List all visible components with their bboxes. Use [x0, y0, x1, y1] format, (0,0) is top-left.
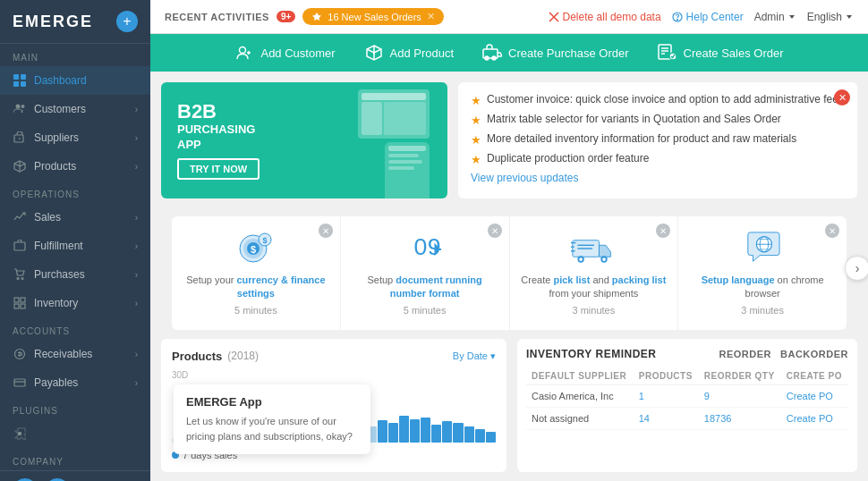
language-menu[interactable]: English — [807, 11, 854, 23]
svg-rect-0 — [13, 74, 19, 80]
svg-rect-6 — [14, 135, 23, 142]
banner-b2b: B2B — [177, 101, 260, 122]
table-row: Not assigned 14 18736 Create PO — [526, 407, 848, 429]
close-document-card[interactable]: ✕ — [488, 224, 502, 238]
star-icon-4: ★ — [471, 153, 481, 166]
help-center-link[interactable]: Help Center — [672, 11, 744, 23]
update-item-3: ★ More detailed inventory information fo… — [471, 132, 845, 147]
sidebar-label-customers: Customers — [34, 103, 86, 115]
col-supplier: DEFAULT SUPPLIER — [526, 367, 634, 385]
sales-icon — [13, 210, 27, 224]
document-icon: 0 9 — [352, 231, 498, 266]
star-icon-3: ★ — [471, 133, 481, 147]
close-updates-button[interactable]: ✕ — [834, 89, 850, 105]
banner-app: APP — [177, 138, 260, 151]
purchases-icon — [13, 267, 27, 282]
create-so-button[interactable]: Create Sales Order — [658, 43, 784, 63]
chart-x-label: 30D — [172, 370, 496, 380]
admin-menu[interactable]: Admin — [754, 11, 796, 23]
inventory-section: INVENTORY REMINDER REORDER BACKORDER DEF… — [517, 339, 857, 472]
view-previous-link[interactable]: View previous updates — [471, 172, 845, 184]
receivables-icon — [13, 347, 27, 361]
add-product-button[interactable]: Add Product — [364, 43, 455, 63]
close-shipping-card[interactable]: ✕ — [656, 224, 670, 238]
svg-point-4 — [16, 105, 21, 109]
next-arrow-button[interactable]: › — [845, 256, 868, 281]
svg-text:9: 9 — [427, 233, 440, 260]
try-now-button[interactable]: TRY IT NOW — [177, 158, 260, 180]
globe-icon — [689, 231, 836, 266]
currency-desc: Setup your currency & finance settings — [183, 274, 329, 301]
language-time: 3 minutes — [689, 305, 836, 316]
sidebar-item-customers[interactable]: Customers › — [0, 95, 150, 123]
svg-rect-14 — [21, 304, 25, 308]
packlist-link[interactable]: packing list — [612, 274, 667, 285]
add-button-icon[interactable]: + — [116, 11, 138, 32]
sidebar-item-suppliers[interactable]: Suppliers › — [0, 123, 150, 152]
svg-point-45 — [580, 257, 583, 261]
sidebar-item-products[interactable]: Products › — [0, 152, 150, 181]
fulfillment-chevron: › — [135, 241, 138, 251]
section-label-accounts: Accounts — [0, 317, 150, 340]
sidebar-label-products: Products — [34, 160, 76, 173]
backorder-link[interactable]: BACKORDER — [780, 349, 848, 359]
sidebar-item-fulfillment[interactable]: Fulfillment › — [0, 232, 150, 260]
payables-icon — [13, 376, 27, 390]
language-link[interactable]: Setup language — [702, 274, 775, 285]
products-icon — [13, 159, 27, 173]
document-link[interactable]: document running number format — [390, 274, 482, 299]
svg-point-47 — [603, 257, 607, 261]
currency-time: 5 minutes — [183, 305, 329, 316]
sidebar-item-dashboard[interactable]: Dashboard — [0, 66, 150, 95]
truck-icon — [521, 231, 668, 266]
inventory-table: DEFAULT SUPPLIER PRODUCTS REORDER QTY CR… — [526, 367, 848, 430]
cell-supplier: Casio America, Inc — [526, 384, 634, 407]
suppliers-chevron: › — [135, 133, 138, 143]
chart-title: Products — [172, 350, 222, 363]
currency-link[interactable]: currency & finance settings — [236, 274, 325, 299]
svg-rect-13 — [14, 304, 19, 308]
svg-rect-2 — [13, 81, 19, 87]
by-date-selector[interactable]: By Date ▾ — [453, 350, 496, 362]
cell-create-po[interactable]: Create PO — [781, 384, 848, 407]
setup-card-document: ✕ 0 9 Setup document running number form… — [341, 216, 510, 330]
suppliers-icon — [13, 131, 27, 145]
delete-demo-link[interactable]: Delete all demo data — [549, 11, 661, 23]
setup-card-shipping: ✕ — [510, 216, 679, 330]
sidebar-label-dashboard: Dashboard — [34, 74, 87, 87]
emerge-app-popup: EMERGE App Let us know if you're unsure … — [174, 384, 370, 454]
reorder-link[interactable]: REORDER — [719, 349, 771, 359]
add-customer-button[interactable]: Add Customer — [234, 43, 335, 63]
svg-rect-12 — [21, 298, 25, 302]
update-item-4: ★ Duplicate production order feature — [471, 152, 845, 166]
close-language-card[interactable]: ✕ — [825, 224, 839, 238]
b2b-banner: B2B PURCHASING APP TRY IT NOW — [161, 82, 447, 198]
cell-products: 1 — [634, 384, 699, 407]
sidebar-item-purchases[interactable]: Purchases › — [0, 260, 150, 289]
sales-orders-text: 16 New Sales Orders — [328, 12, 421, 22]
picklist-link[interactable]: pick list — [553, 274, 590, 285]
create-po-button[interactable]: Create Purchase Order — [482, 43, 628, 63]
svg-rect-8 — [14, 242, 25, 250]
sales-chevron: › — [135, 213, 138, 223]
add-product-icon — [364, 43, 384, 63]
inventory-header: INVENTORY REMINDER REORDER BACKORDER — [526, 348, 848, 360]
close-currency-card[interactable]: ✕ — [319, 224, 333, 238]
sidebar-item-plugins[interactable] — [0, 419, 150, 448]
avatar-row: 8 — [0, 471, 150, 481]
sidebar-label-payables: Payables — [34, 376, 78, 389]
svg-point-9 — [17, 278, 19, 280]
sales-orders-badge[interactable]: 16 New Sales Orders ✕ — [302, 8, 444, 25]
sidebar-item-receivables[interactable]: Receivables › — [0, 340, 150, 368]
fulfillment-icon — [13, 239, 27, 253]
cell-create-po[interactable]: Create PO — [781, 407, 848, 429]
sidebar-item-sales[interactable]: Sales › — [0, 203, 150, 232]
svg-marker-21 — [312, 13, 321, 21]
recent-activities-label: RECENT ACTIVITIES — [165, 12, 269, 22]
chart-year: (2018) — [227, 350, 259, 362]
setup-cards: ✕ $ $ Setup your currency & finance sett… — [172, 216, 847, 330]
sidebar-item-payables[interactable]: Payables › — [0, 368, 150, 397]
sidebar-item-inventory[interactable]: Inventory › — [0, 289, 150, 317]
sales-orders-close[interactable]: ✕ — [427, 11, 435, 22]
cell-supplier: Not assigned — [526, 407, 634, 429]
